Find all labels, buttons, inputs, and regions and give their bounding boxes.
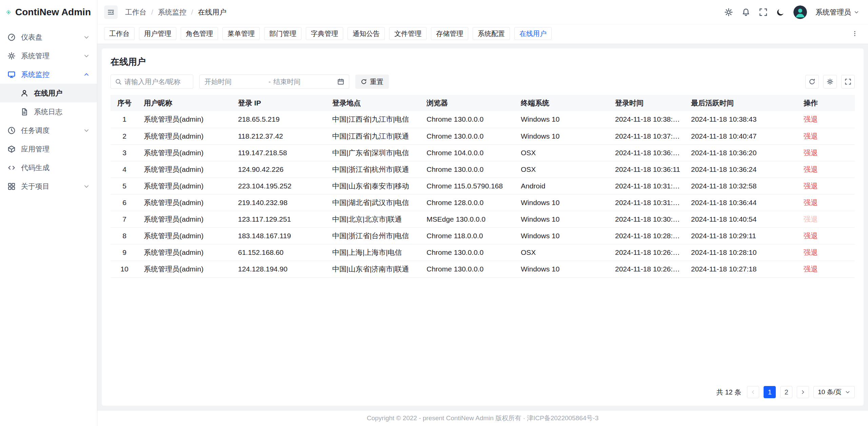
avatar[interactable] <box>793 5 807 19</box>
sidebar-item-system-logs[interactable]: 系统日志 <box>0 102 97 121</box>
cell-login_time: 2024-11-18 10:37:17 <box>610 128 686 144</box>
cell-last_active: 2024-11-18 10:40:47 <box>686 128 798 144</box>
cell-nickname: 系统管理员(admin) <box>138 261 233 277</box>
sidebar-item-app-management[interactable]: 应用管理 <box>0 140 97 158</box>
column-header: 登录 IP <box>233 95 327 111</box>
sidebar-item-system-management[interactable]: 系统管理 <box>0 46 97 65</box>
date-range-picker: - <box>199 75 349 89</box>
cell-browser: Chrome 115.0.5790.168 <box>421 178 515 194</box>
sidebar-item-about-project[interactable]: 关于项目 <box>0 177 97 196</box>
cell-browser: Chrome 130.0.0.0 <box>421 244 515 261</box>
column-settings-button[interactable] <box>823 75 837 88</box>
search-input[interactable] <box>124 78 189 86</box>
cell-action: 强退 <box>798 194 855 211</box>
tab-item[interactable]: 存储管理 <box>431 27 468 40</box>
cell-browser: MSEdge 130.0.0.0 <box>421 211 515 227</box>
cell-nickname: 系统管理员(admin) <box>138 178 233 194</box>
force-logout-link[interactable]: 强退 <box>804 265 818 273</box>
sidebar-item-online-users[interactable]: 在线用户 <box>0 84 97 102</box>
chevron-left-icon <box>750 389 756 395</box>
cell-login_time: 2024-11-18 10:36:11 <box>610 161 686 178</box>
cell-ip: 61.152.168.60 <box>233 244 327 261</box>
user-name: 系统管理员 <box>815 7 851 17</box>
sidebar-item-code-generation[interactable]: 代码生成 <box>0 158 97 177</box>
date-end-input[interactable] <box>273 78 335 86</box>
cell-last_active: 2024-11-18 10:29:11 <box>686 227 798 244</box>
tab-item[interactable]: 文件管理 <box>389 27 427 40</box>
refresh-button[interactable] <box>805 75 819 88</box>
cell-action: 强退 <box>798 111 855 128</box>
force-logout-link[interactable]: 强退 <box>804 149 818 157</box>
chevron-down-icon <box>845 389 850 395</box>
tab-item[interactable]: 角色管理 <box>181 27 218 40</box>
reset-button[interactable]: 重置 <box>355 75 389 89</box>
page-button[interactable]: 2 <box>780 386 792 398</box>
chevron-down-icon <box>83 127 90 134</box>
cell-os: Windows 10 <box>515 261 610 277</box>
page-numbers: 12 <box>764 386 792 398</box>
force-logout-link[interactable]: 强退 <box>804 132 818 140</box>
sidebar-item-task-scheduler[interactable]: 任务调度 <box>0 121 97 140</box>
tab-item[interactable]: 部门管理 <box>264 27 301 40</box>
fullscreen-icon <box>845 78 851 85</box>
reset-refresh-icon <box>361 79 367 85</box>
force-logout-link[interactable]: 强退 <box>804 248 818 256</box>
fullscreen-icon[interactable] <box>759 8 768 17</box>
table-toolbar <box>805 75 855 88</box>
tab-item[interactable]: 通知公告 <box>348 27 385 40</box>
column-header: 序号 <box>111 95 138 111</box>
calendar-icon[interactable] <box>337 78 344 85</box>
dots-vertical-icon <box>851 30 858 37</box>
date-start-input[interactable] <box>204 78 266 86</box>
force-logout-link[interactable]: 强退 <box>804 165 818 173</box>
cell-browser: Chrome 104.0.0.0 <box>421 144 515 161</box>
user-menu[interactable]: 系统管理员 <box>815 7 859 17</box>
tab-item[interactable]: 菜单管理 <box>222 27 260 40</box>
next-page-button[interactable] <box>797 386 809 398</box>
breadcrumb-item[interactable]: 工作台 <box>125 7 146 17</box>
cell-index: 6 <box>111 194 138 211</box>
breadcrumb-separator: / <box>191 8 193 16</box>
tab-item[interactable]: 用户管理 <box>139 27 176 40</box>
column-header: 终端系统 <box>515 95 610 111</box>
cell-location: 中国|山东省|济南市|联通 <box>327 261 421 277</box>
settings-icon[interactable] <box>724 8 733 17</box>
force-logout-link[interactable]: 强退 <box>804 182 818 190</box>
app-root: ContiNew Admin 仪表盘 系统管理 系统监控 在线用户 <box>0 0 868 426</box>
cell-ip: 124.128.194.90 <box>233 261 327 277</box>
force-logout-link[interactable]: 强退 <box>804 199 818 206</box>
refresh-icon <box>809 78 815 85</box>
dark-mode-moon-icon[interactable] <box>776 8 785 17</box>
cell-ip: 219.140.232.98 <box>233 194 327 211</box>
cell-browser: Chrome 118.0.0.0 <box>421 227 515 244</box>
app-logo[interactable]: ContiNew Admin <box>0 0 97 24</box>
prev-page-button[interactable] <box>747 386 759 398</box>
table-fullscreen-button[interactable] <box>841 75 855 88</box>
tab-item[interactable]: 工作台 <box>104 27 135 40</box>
tab-item[interactable]: 在线用户 <box>514 27 552 40</box>
cell-location: 中国|上海|上海市|电信 <box>327 244 421 261</box>
cell-login_time: 2024-11-18 10:30:47 <box>610 211 686 227</box>
sidebar-item-dashboard[interactable]: 仪表盘 <box>0 28 97 46</box>
tab-item[interactable]: 字典管理 <box>306 27 343 40</box>
sidebar-item-label: 系统日志 <box>34 107 90 117</box>
table-row: 5系统管理员(admin)223.104.195.252中国|山东省|泰安市|移… <box>111 178 855 194</box>
force-logout-link: 强退 <box>804 215 818 223</box>
table-body: 1系统管理员(admin)218.65.5.219中国|江西省|九江市|电信Ch… <box>111 111 855 277</box>
tab-item[interactable]: 系统配置 <box>473 27 510 40</box>
force-logout-link[interactable]: 强退 <box>804 232 818 240</box>
table-row: 3系统管理员(admin)119.147.218.58中国|广东省|深圳市|电信… <box>111 144 855 161</box>
force-logout-link[interactable]: 强退 <box>804 115 818 123</box>
page-button[interactable]: 1 <box>764 386 776 398</box>
notification-bell-icon[interactable] <box>742 8 750 17</box>
tab-actions-button[interactable] <box>848 27 861 40</box>
cell-nickname: 系统管理员(admin) <box>138 111 233 128</box>
cell-os: Windows 10 <box>515 227 610 244</box>
monitor-icon <box>7 70 16 79</box>
breadcrumb-item-current: 在线用户 <box>198 7 226 17</box>
cell-index: 3 <box>111 144 138 161</box>
sidebar-item-system-monitor[interactable]: 系统监控 <box>0 65 97 84</box>
sidebar-collapse-button[interactable] <box>104 5 118 19</box>
breadcrumb-item[interactable]: 系统监控 <box>158 7 186 17</box>
page-size-select[interactable]: 10 条/页 <box>813 386 855 398</box>
